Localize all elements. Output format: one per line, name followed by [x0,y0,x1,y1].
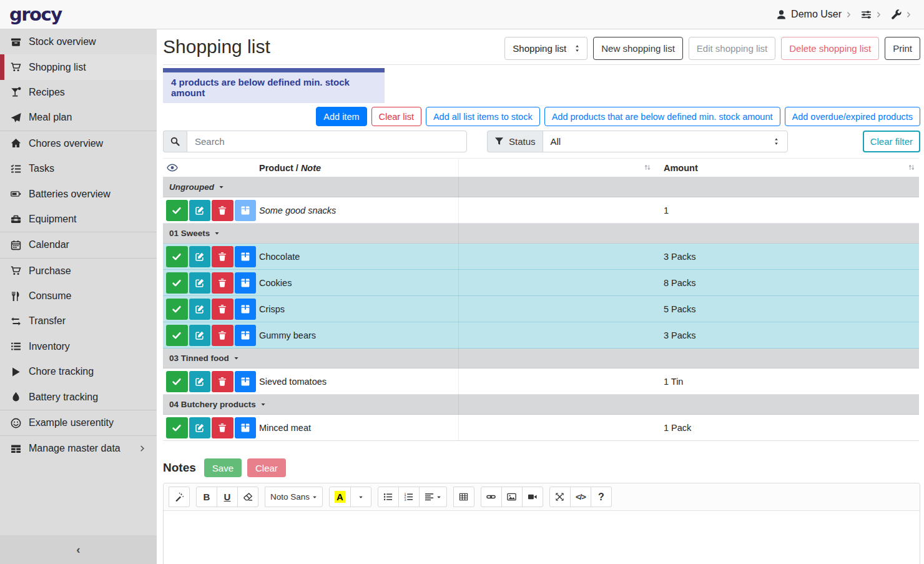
add-to-stock-button[interactable] [235,200,257,221]
clear-list-button[interactable]: Clear list [371,107,421,126]
sidebar-item-chore-tracking[interactable]: Chore tracking [0,359,157,384]
mark-done-button[interactable] [166,325,188,346]
admin-menu[interactable] [891,9,912,20]
insert-link-button[interactable] [481,487,502,507]
clear-filter-button[interactable]: Clear filter [863,131,920,152]
code-view-button[interactable]: </> [570,487,591,507]
title-divider [163,64,920,65]
edit-item-button[interactable] [189,272,211,294]
paragraph-align-dropdown[interactable] [419,487,447,507]
mark-done-button[interactable] [166,371,188,392]
sidebar-item-calendar[interactable]: Calendar [0,232,157,257]
insert-table-button[interactable] [453,487,474,507]
print-button[interactable]: Print [885,37,920,60]
font-family-dropdown[interactable]: Noto Sans [265,487,323,507]
sidebar-item-tasks[interactable]: Tasks [0,156,157,181]
edit-item-button[interactable] [189,325,211,346]
bold-button[interactable]: B [196,487,217,507]
ordered-list-button[interactable]: 123 [398,487,420,507]
delete-item-button[interactable] [212,200,233,221]
amount-header[interactable]: Amount [659,163,919,173]
mark-done-button[interactable] [166,299,188,320]
sidebar-collapse-button[interactable]: ‹ [0,535,157,564]
group-row[interactable]: 03 Tinned food [163,349,919,369]
status-select[interactable]: All [543,131,788,152]
sidebar-item-purchase[interactable]: Purchase [0,259,157,284]
edit-item-button[interactable] [189,246,211,267]
delete-shopping-list-button[interactable]: Delete shopping list [781,37,879,60]
mark-done-button[interactable] [166,272,188,294]
underline-button[interactable]: U [217,487,238,507]
add-item-button[interactable]: Add item [316,107,366,126]
add-to-stock-button[interactable] [235,371,257,392]
add-overdue-expired-button[interactable]: Add overdue/expired products [785,107,920,126]
delete-item-button[interactable] [212,299,233,320]
sidebar-item-battery-tracking[interactable]: Battery tracking [0,384,157,409]
font-color-button[interactable]: A [329,487,351,507]
mark-done-button[interactable] [166,417,188,438]
eraser-button[interactable] [237,487,258,507]
group-row[interactable]: 01 Sweets [163,224,919,244]
add-to-stock-button[interactable] [235,272,257,294]
font-color-dropdown[interactable] [350,487,371,507]
sidebar-item-recipes[interactable]: Recipes [0,80,157,105]
delete-item-button[interactable] [212,371,233,392]
delete-item-button[interactable] [212,325,233,346]
user-menu[interactable]: Demo User [776,9,852,20]
alert-accent-bar [163,68,385,72]
settings-menu[interactable] [861,9,882,20]
insert-picture-button[interactable] [501,487,523,507]
group-row[interactable]: 04 Butchery products [163,395,919,415]
new-shopping-list-button[interactable]: New shopping list [593,37,683,60]
edit-item-button[interactable] [189,299,211,320]
unordered-list-button[interactable] [378,487,399,507]
sidebar-item-example-userentity[interactable]: Example userentity [0,410,157,435]
add-to-stock-button[interactable] [235,246,257,267]
delete-item-button[interactable] [212,417,233,438]
delete-item-button[interactable] [212,272,233,294]
add-below-min-stock-button[interactable]: Add products that are below defined min.… [544,107,780,126]
notes-title: Notes [163,461,196,475]
sort-icon[interactable] [908,164,915,171]
sidebar-item-batteries-overview[interactable]: Batteries overview [0,181,157,206]
add-to-stock-button[interactable] [235,417,257,438]
picture-icon [507,492,516,502]
search-input[interactable] [187,131,467,152]
sidebar-item-meal-plan[interactable]: Meal plan [0,105,157,130]
grocy-logo[interactable]: grocy [9,6,62,24]
list-ul-icon [383,492,393,502]
sidebar-item-transfer[interactable]: Transfer [0,309,157,334]
edit-item-button[interactable] [189,371,211,392]
edit-item-button[interactable] [189,200,211,221]
help-button[interactable]: ? [591,487,612,507]
mark-done-button[interactable] [166,246,188,267]
group-row[interactable]: Ungrouped [163,177,919,197]
product-note-header[interactable]: Product / Note [256,163,458,173]
sidebar-item-shopping-list[interactable]: Shopping list [0,54,157,79]
sidebar-item-inventory[interactable]: Inventory [0,334,157,359]
sidebar-item-manage-master-data[interactable]: Manage master data [0,436,157,461]
sidebar-item-label: Chores overview [29,138,103,149]
magic-style-button[interactable] [169,487,190,507]
add-to-stock-button[interactable] [235,299,257,320]
notes-clear-button[interactable]: Clear [247,458,286,477]
mark-done-button[interactable] [166,200,188,221]
notes-editor-body[interactable] [164,511,920,564]
sort-icon[interactable] [644,164,651,171]
add-all-items-to-stock-button[interactable]: Add all list items to stock [426,107,540,126]
sidebar-item-stock-overview[interactable]: Stock overview [0,29,157,54]
notes-save-button[interactable]: Save [204,458,242,477]
delete-item-button[interactable] [212,246,233,267]
sidebar-item-chores-overview[interactable]: Chores overview [0,131,157,156]
sidebar-item-equipment[interactable]: Equipment [0,207,157,232]
row-actions [163,299,256,320]
sidebar-item-consume[interactable]: Consume [0,284,157,309]
edit-shopping-list-button[interactable]: Edit shopping list [689,37,775,60]
eye-icon[interactable] [163,164,256,172]
add-to-stock-button[interactable] [235,325,257,346]
chevron-right-icon [906,12,912,17]
insert-video-button[interactable] [522,487,543,507]
edit-item-button[interactable] [189,417,211,438]
fullscreen-button[interactable] [549,487,571,507]
shopping-list-selector[interactable]: Shopping list [504,37,587,60]
